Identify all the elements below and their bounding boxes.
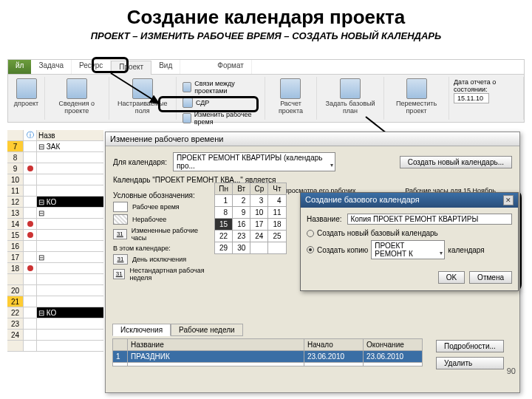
mini-calendar[interactable]: ПнВтСрЧт123489101115161718222324252930 xyxy=(214,181,287,254)
copy-combo[interactable]: ПРОЕКТ РЕМОНТ К xyxy=(371,240,445,259)
new-calendar-button[interactable]: Создать новый календарь... xyxy=(400,156,512,168)
legend-exc-icon: 31 xyxy=(113,254,128,265)
status-date-label: Дата отчета о состоянии: xyxy=(454,78,519,93)
info-icon xyxy=(66,78,87,99)
wbs-icon xyxy=(183,98,193,108)
tab-project[interactable]: Проект xyxy=(111,61,151,75)
details-button[interactable]: Подробности... xyxy=(436,340,504,352)
links-icon xyxy=(183,82,191,92)
name-input[interactable] xyxy=(347,214,512,225)
legend-changed-icon: 31 xyxy=(113,229,127,239)
btn-move-project[interactable]: Переместить проект xyxy=(389,77,444,117)
indicator-header: ⓘ xyxy=(24,130,37,140)
btn-subproject[interactable]: дпроект xyxy=(13,77,40,109)
tab-resource[interactable]: Ресурс xyxy=(72,60,111,74)
calendar-combo[interactable]: ПРОЕКТ РЕМОНТ КВАРТИРЫ (календарь про... xyxy=(173,152,335,171)
btn-links[interactable]: Связи между проектами xyxy=(181,78,260,96)
ok-button[interactable]: OK xyxy=(438,271,465,284)
legend-work-icon xyxy=(113,202,128,212)
radio-copy[interactable] xyxy=(307,246,314,253)
clock-icon xyxy=(183,113,191,123)
tab-view[interactable]: Вид xyxy=(151,60,180,74)
legend-title: Условные обозначения: xyxy=(113,191,209,200)
btn-calculate[interactable]: Расчет проекта xyxy=(270,77,312,117)
btn-change-working-time[interactable]: Изменить рабочее время xyxy=(181,109,260,127)
tab-file[interactable]: йл xyxy=(8,60,31,74)
move-icon xyxy=(406,78,427,99)
calc-icon xyxy=(280,78,301,99)
slide-title: Создание календаря проекта xyxy=(0,0,532,30)
subproject-icon xyxy=(16,78,37,99)
baseline-icon xyxy=(340,78,361,99)
delete-button[interactable]: Удалить xyxy=(436,357,504,369)
col-name: Назв xyxy=(37,130,103,140)
calendar-is-label: Календарь "ПРОЕКТ РЕМОНТ КВА..." являетс… xyxy=(113,176,512,184)
fields-icon xyxy=(132,78,153,99)
exceptions-table: Название Начало Окончание 1 ПРАЗДНИК 23.… xyxy=(112,338,423,366)
table-row[interactable] xyxy=(113,363,423,366)
table-row[interactable]: 1 ПРАЗДНИК 23.06.2010 23.06.2010 xyxy=(113,351,423,363)
ribbon: йл Задача Ресурс Проект Вид Формат дпрое… xyxy=(7,59,525,123)
tab-exceptions[interactable]: Исключения xyxy=(112,324,171,336)
tab-work-weeks[interactable]: Рабочие недели xyxy=(171,324,242,336)
btn-custom-fields[interactable]: Настраиваемые поля xyxy=(114,77,171,117)
slide-subtitle: ПРОЕКТ – ИЗМЕНИТЬ РАБОЧЕЕ ВРЕМЯ – СОЗДАТ… xyxy=(0,30,532,46)
tab-format[interactable]: Формат xyxy=(210,60,252,74)
cancel-button[interactable]: Отмена xyxy=(469,271,512,284)
page-number: 90 xyxy=(507,366,516,375)
dialog2-title: Создание базового календаря xyxy=(305,195,420,205)
tab-task[interactable]: Задача xyxy=(31,60,72,74)
legend-nonstd-icon: 31 xyxy=(113,269,125,279)
legend-nonwork-icon xyxy=(113,214,128,225)
btn-project-info[interactable]: Сведения о проекте xyxy=(50,77,104,117)
btn-wbs[interactable]: СДР xyxy=(181,96,211,109)
dialog1-title: Изменение рабочего времени xyxy=(106,132,519,146)
status-date-field[interactable]: 15.11.10 xyxy=(454,93,489,103)
close-icon[interactable]: ✕ xyxy=(503,195,514,205)
task-grid: ⓘНазв 7⊟ ЗАК89101112⊟ КО13⊟14151617⊟1820… xyxy=(7,130,103,352)
for-calendar-label: Для календаря: xyxy=(113,158,167,166)
btn-baseline[interactable]: Задать базовый план xyxy=(321,77,379,117)
name-label: Название: xyxy=(307,215,341,223)
dialog-create-base-calendar: Создание базового календаря✕ Название: С… xyxy=(300,192,519,291)
radio-new[interactable] xyxy=(307,230,314,237)
